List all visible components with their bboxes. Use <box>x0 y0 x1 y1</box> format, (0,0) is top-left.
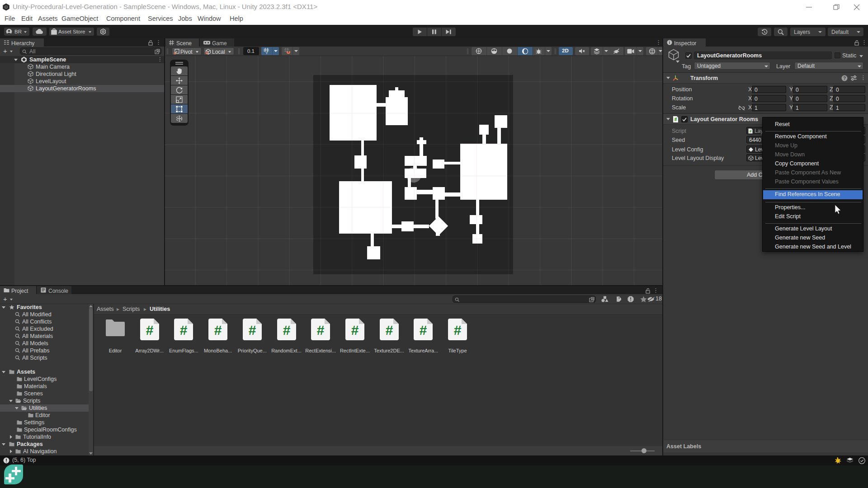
svg-text:#: # <box>146 323 153 338</box>
svg-text:#: # <box>180 323 188 338</box>
svg-text:#: # <box>283 323 290 338</box>
svg-text:#: # <box>317 323 325 338</box>
svg-text:#: # <box>420 323 427 338</box>
svg-text:?: ? <box>843 76 846 81</box>
svg-text:#: # <box>351 323 359 338</box>
svg-text:Y: Y <box>265 51 268 55</box>
svg-text:#: # <box>750 129 752 133</box>
svg-text:#: # <box>248 323 256 338</box>
svg-text:#: # <box>214 323 222 338</box>
svg-text:#: # <box>385 323 393 338</box>
svg-text:#: # <box>675 117 677 122</box>
svg-text:#: # <box>454 323 462 338</box>
